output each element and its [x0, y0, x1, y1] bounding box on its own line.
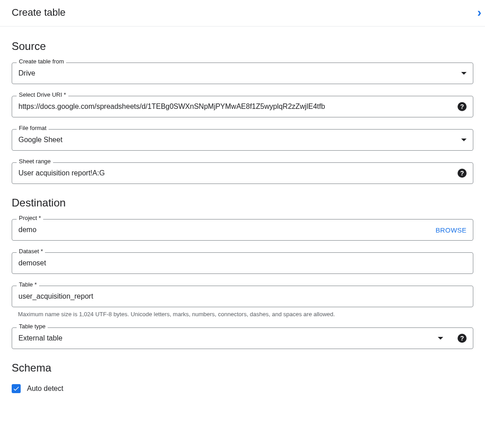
field-project: Project * BROWSE — [12, 219, 473, 241]
select-create-table-from[interactable]: Create table from Drive — [12, 63, 473, 84]
input-project-container: Project * BROWSE — [12, 219, 473, 241]
dialog-title: Create table — [12, 7, 66, 18]
dataset-input[interactable] — [18, 259, 467, 267]
dialog-header: Create table › — [0, 0, 485, 27]
field-label: File format — [17, 125, 49, 131]
field-label: Create table from — [17, 58, 66, 64]
field-drive-uri: Select Drive URI * ? — [12, 96, 473, 117]
close-icon[interactable]: › — [477, 6, 481, 19]
input-drive-uri-container: Select Drive URI * ? — [12, 96, 473, 117]
field-file-format: File format Google Sheet — [12, 129, 473, 151]
field-table: Table * — [12, 286, 473, 307]
field-value: Google Sheet — [18, 136, 458, 144]
table-input[interactable] — [18, 292, 467, 300]
field-label: Select Drive URI * — [17, 92, 68, 98]
drive-uri-input[interactable] — [18, 103, 453, 111]
auto-detect-checkbox[interactable] — [12, 384, 21, 393]
help-icon[interactable]: ? — [458, 102, 467, 111]
field-label: Table type — [17, 323, 48, 329]
browse-button[interactable]: BROWSE — [436, 226, 467, 234]
field-label: Sheet range — [17, 158, 53, 164]
check-icon — [13, 385, 20, 392]
select-file-format[interactable]: File format Google Sheet — [12, 129, 473, 151]
field-dataset: Dataset * — [12, 252, 473, 274]
table-helper-text: Maximum name size is 1,024 UTF-8 bytes. … — [12, 311, 473, 318]
section-title-destination: Destination — [12, 197, 473, 209]
chevron-down-icon — [438, 337, 443, 340]
auto-detect-label: Auto detect — [27, 385, 63, 393]
field-sheet-range: Sheet range ? — [12, 162, 473, 184]
field-label: Project * — [17, 215, 43, 221]
field-label: Table * — [17, 282, 39, 287]
chevron-down-icon — [461, 72, 467, 75]
sheet-range-input[interactable] — [18, 169, 453, 177]
field-value: Drive — [18, 69, 458, 77]
field-label: Dataset * — [17, 248, 45, 254]
field-create-table-from: Create table from Drive — [12, 63, 473, 84]
field-value: External table — [18, 334, 434, 342]
field-trailing-icons: ? — [434, 334, 467, 343]
field-table-type: Table type External table ? — [12, 327, 473, 349]
section-title-source: Source — [12, 40, 473, 53]
project-input[interactable] — [18, 226, 431, 234]
dialog-content: Source Create table from Drive Select Dr… — [0, 27, 485, 404]
input-dataset-container: Dataset * — [12, 252, 473, 274]
select-table-type[interactable]: Table type External table ? — [12, 327, 473, 349]
help-icon[interactable]: ? — [458, 334, 467, 343]
checkbox-auto-detect-row: Auto detect — [12, 384, 473, 393]
chevron-down-icon — [461, 139, 467, 141]
section-title-schema: Schema — [12, 362, 473, 374]
help-icon[interactable]: ? — [458, 169, 467, 178]
input-sheet-range-container: Sheet range ? — [12, 162, 473, 184]
input-table-container: Table * — [12, 286, 473, 307]
